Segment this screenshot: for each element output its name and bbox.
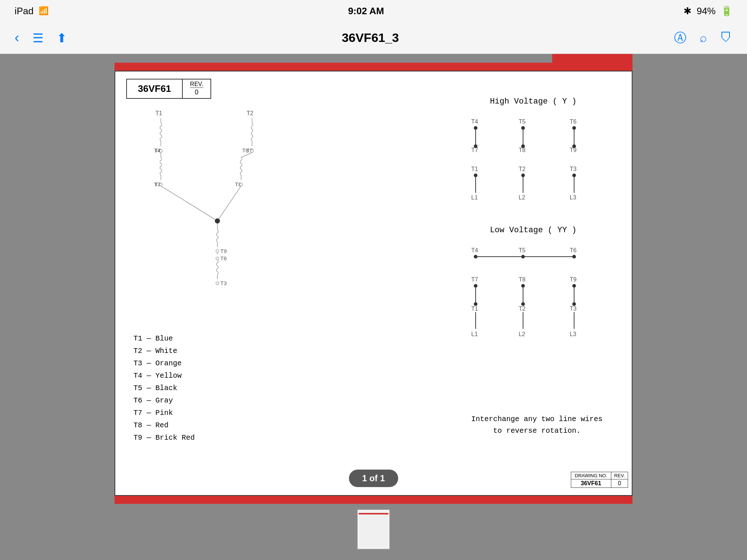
bookmark-icon[interactable]: ⛉: [720, 31, 732, 45]
drawing-no-label: DRAWING NO.: [571, 472, 611, 479]
status-left: iPad 📶: [15, 5, 49, 17]
legend-item-9: T9 — Brick Red: [133, 432, 195, 444]
legend-item-3: T3 — Orange: [133, 357, 195, 370]
svg-text:T9: T9: [220, 248, 227, 254]
reverse-rotation-text: Interchange any two line wires to revers…: [471, 413, 603, 437]
svg-text:T9: T9: [570, 276, 577, 283]
legend-area: T1 — Blue T2 — White T3 — Orange T4 — Ye…: [133, 332, 195, 444]
wiring-svg: T1 T2 T4 T7: [126, 97, 338, 367]
wifi-icon: 📶: [39, 6, 49, 16]
search-icon[interactable]: ⌕: [700, 31, 707, 45]
document-title-box: 36VF61: [127, 79, 183, 98]
low-voltage-section: Low Voltage ( YY ) T4 T5 T6 T7: [446, 226, 621, 358]
svg-text:L2: L2: [519, 194, 525, 201]
svg-text:L1: L1: [471, 194, 478, 201]
svg-line-10: [161, 186, 217, 221]
main-area: 36VF61 REV. 0 T1 T2: [0, 54, 747, 560]
connection-area: High Voltage ( Y ) T4 T7 T5: [446, 97, 621, 369]
svg-text:L1: L1: [471, 331, 478, 337]
list-icon[interactable]: ☰: [32, 31, 43, 45]
status-bar: iPad 📶 9:02 AM ✱ 94% 🔋: [0, 0, 747, 22]
page-indicator: 1 of 1: [349, 470, 398, 487]
svg-point-69: [474, 284, 477, 288]
svg-text:T3: T3: [570, 306, 577, 312]
svg-line-20: [217, 186, 241, 221]
svg-text:T2: T2: [519, 306, 526, 312]
svg-text:T3: T3: [570, 166, 577, 172]
svg-point-40: [521, 126, 525, 130]
svg-text:T1: T1: [471, 306, 478, 312]
svg-point-21: [215, 218, 220, 223]
rev-value: 0: [190, 89, 203, 96]
svg-text:T6: T6: [570, 247, 577, 253]
svg-text:T9: T9: [570, 147, 577, 153]
svg-text:L2: L2: [519, 331, 525, 337]
svg-text:T4: T4: [471, 118, 478, 125]
svg-text:T1: T1: [155, 110, 162, 116]
drawing-rev-box: REV. 0: [611, 472, 628, 487]
thumbnail-red-line: [359, 513, 388, 514]
legend-item-2: T2 — White: [133, 345, 195, 357]
drawing-no-value: 36VF61: [571, 479, 611, 487]
svg-point-50: [474, 174, 477, 177]
svg-point-54: [521, 174, 525, 177]
document-title: 36VF61_3: [342, 31, 399, 45]
svg-point-19: [240, 183, 243, 186]
legend-item-4: T4 — Yellow: [133, 370, 195, 382]
legend-item-8: T8 — Red: [133, 419, 195, 432]
high-voltage-label: High Voltage ( Y ): [446, 97, 621, 106]
wiring-diagram: T1 T2 T4 T7: [126, 97, 338, 367]
low-voltage-label: Low Voltage ( YY ): [446, 226, 621, 235]
bluetooth-icon: ✱: [684, 5, 692, 17]
red-bar-top: [115, 63, 632, 71]
share-icon[interactable]: ⬆: [57, 31, 67, 45]
red-bar-bottom: [115, 496, 632, 504]
svg-text:T2: T2: [519, 166, 526, 172]
svg-text:T4: T4: [154, 147, 160, 153]
svg-text:T5: T5: [519, 247, 526, 253]
rev-label: REV.: [190, 81, 203, 88]
legend-item-5: T5 — Black: [133, 382, 195, 394]
svg-text:L3: L3: [570, 194, 576, 201]
svg-point-83: [572, 284, 576, 288]
svg-point-35: [474, 126, 477, 130]
document-container: 36VF61 REV. 0 T1 T2: [115, 63, 632, 551]
document-rev-box: REV. 0: [183, 79, 210, 98]
svg-text:L3: L3: [570, 331, 576, 337]
svg-text:T7: T7: [471, 276, 478, 283]
thumbnail-strip: [115, 504, 632, 551]
nav-right: Ⓐ ⌕ ⛉: [674, 30, 732, 46]
nav-left: ‹ ☰ ⬆: [15, 30, 67, 46]
status-right: ✱ 94% 🔋: [684, 5, 732, 17]
svg-point-28: [216, 257, 219, 260]
legend-item-6: T6 — Gray: [133, 394, 195, 407]
legend-item-7: T7 — Pink: [133, 407, 195, 419]
high-voltage-section: High Voltage ( Y ) T4 T7 T5: [446, 97, 621, 215]
svg-text:T6: T6: [570, 118, 577, 125]
svg-text:T1: T1: [471, 166, 478, 172]
svg-point-45: [572, 126, 576, 130]
device-label: iPad: [15, 5, 34, 17]
svg-text:T4: T4: [471, 247, 478, 253]
svg-text:T8: T8: [519, 147, 526, 153]
battery-icon: 🔋: [721, 5, 732, 17]
drawing-number-box: DRAWING NO. 36VF61 REV. 0: [571, 472, 628, 488]
nav-bar: ‹ ☰ ⬆ 36VF61_3 Ⓐ ⌕ ⛉: [0, 22, 747, 54]
svg-point-58: [572, 174, 576, 177]
annotate-icon[interactable]: Ⓐ: [674, 30, 686, 46]
page-thumbnail[interactable]: [357, 509, 390, 549]
status-time: 9:02 AM: [348, 5, 384, 17]
svg-text:T7: T7: [154, 181, 160, 187]
back-button[interactable]: ‹: [15, 30, 19, 46]
svg-text:T8: T8: [242, 147, 249, 153]
svg-text:T3: T3: [220, 280, 227, 286]
svg-text:T2: T2: [247, 110, 253, 116]
drawing-rev-value: 0: [611, 479, 628, 487]
legend-item-1: T1 — Blue: [133, 332, 195, 345]
thumbnail-inner: [359, 511, 388, 548]
svg-text:T5: T5: [519, 118, 526, 125]
svg-point-31: [216, 282, 219, 285]
svg-text:T8: T8: [519, 276, 526, 283]
drawing-rev-label: REV.: [611, 472, 628, 479]
svg-text:T7: T7: [471, 147, 478, 153]
